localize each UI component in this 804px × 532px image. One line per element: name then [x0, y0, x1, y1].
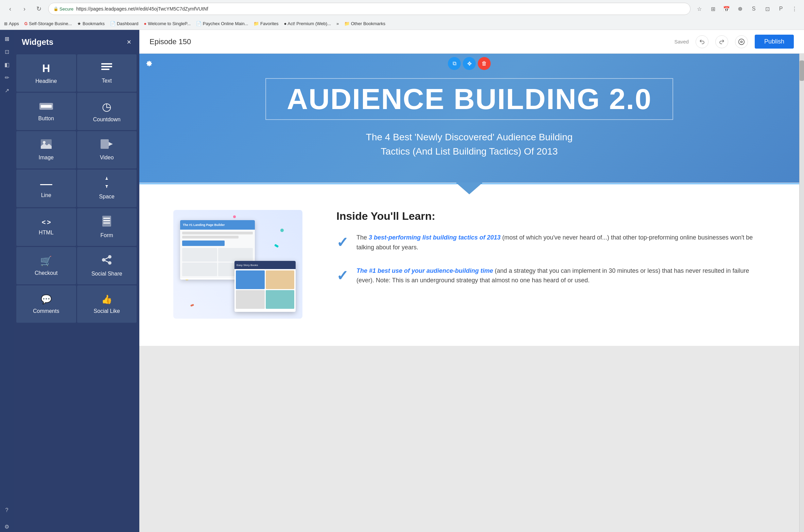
widgets-grid: H Headline Text	[14, 54, 139, 323]
widget-checkout[interactable]: 🛒 Checkout	[16, 247, 76, 284]
publish-button[interactable]: Publish	[755, 35, 794, 49]
widget-image[interactable]: Image	[16, 131, 76, 169]
comments-icon: 💬	[41, 294, 52, 305]
bookmark-paychex[interactable]: 📄 Paychex Online Main...	[196, 21, 248, 26]
countdown-icon: ◷	[102, 100, 111, 113]
html-icon: < >	[42, 218, 51, 226]
svg-line-20	[105, 258, 108, 259]
form-icon	[102, 216, 111, 229]
svg-rect-4	[41, 105, 52, 108]
bookmark-welcomesingp[interactable]: ● Welcome to SingleP...	[144, 21, 191, 26]
widget-text[interactable]: Text	[77, 54, 137, 92]
learn-text-1: The 3 best-performing list building tact…	[356, 233, 765, 252]
sidebar-icon-pages[interactable]: ◧	[1, 59, 12, 70]
svg-line-21	[105, 261, 108, 262]
widget-html[interactable]: < > HTML	[16, 208, 76, 246]
preview-button[interactable]	[735, 35, 748, 48]
checkout-icon: 🛒	[40, 255, 52, 267]
refresh-button[interactable]: ↻	[33, 3, 45, 15]
svg-point-28	[233, 215, 236, 218]
headline-icon: H	[42, 62, 50, 75]
svg-point-23	[740, 41, 742, 42]
widgets-close-button[interactable]: ×	[127, 38, 131, 47]
extension-5-button[interactable]: ⊡	[762, 3, 773, 14]
delete-button[interactable]: 🗑	[478, 57, 491, 70]
forward-button[interactable]: ›	[18, 3, 31, 15]
widget-sociallike-label: Social Like	[94, 308, 120, 314]
widget-form-label: Form	[101, 232, 113, 238]
back-button[interactable]: ‹	[4, 3, 16, 15]
section-settings-button[interactable]	[143, 57, 156, 70]
video-icon	[101, 139, 113, 151]
duplicate-button[interactable]: ⧉	[448, 57, 461, 70]
checkmark-2: ✓	[336, 267, 348, 286]
canvas-content: ⧉ ✥ 🗑 AUDIENCE BUILDING 2.0 The 4 Best '…	[139, 54, 799, 532]
redo-button[interactable]	[715, 35, 728, 48]
app-layout: ⊞ ⊡ ◧ ✏ ↗ ? ⚙ Widgets × H Headline	[0, 30, 804, 532]
widget-video[interactable]: Video	[77, 131, 137, 169]
hero-subheadline[interactable]: The 4 Best 'Newly Discovered' Audience B…	[350, 130, 588, 159]
extension-1-button[interactable]: ⊞	[707, 3, 718, 14]
address-bar[interactable]: 🔒 Secure https://pages.leadpages.net/#/e…	[48, 3, 691, 15]
learn-content: Inside You'll Learn: ✓ The 3 best-perfor…	[336, 210, 765, 319]
move-button[interactable]: ✥	[463, 57, 476, 70]
widget-headline[interactable]: H Headline	[16, 54, 76, 92]
learn-item-2: ✓ The #1 best use of your audience-build…	[336, 266, 765, 286]
svg-rect-7	[101, 139, 109, 149]
sidebar-icon-pencil[interactable]: ✏	[1, 72, 12, 83]
widget-button[interactable]: Button	[16, 93, 76, 130]
bookmarks-bar: ⊞ Apps G Self-Storage Busine... ★ Bookma…	[0, 18, 804, 30]
sidebar-icon-analytics[interactable]: ↗	[1, 85, 12, 96]
bookmark-act[interactable]: ● Act! Premium (Web)...	[284, 21, 331, 26]
secure-badge: 🔒 Secure	[53, 6, 73, 12]
app-main: Episode 150 Saved Publish	[139, 30, 804, 532]
bookmark-apps-label: Apps	[9, 21, 19, 26]
learn-heading: Inside You'll Learn:	[336, 210, 765, 223]
widget-video-label: Video	[100, 155, 114, 161]
extension-2-button[interactable]: 📅	[721, 3, 732, 14]
button-icon	[39, 102, 53, 112]
extension-6-button[interactable]: P	[775, 3, 786, 14]
extension-4-button[interactable]: S	[748, 3, 759, 14]
nav-buttons: ‹ › ↻	[4, 3, 45, 15]
widget-sociallike[interactable]: 👍 Social Like	[77, 285, 137, 323]
hero-section[interactable]: ⧉ ✥ 🗑 AUDIENCE BUILDING 2.0 The 4 Best '…	[139, 54, 799, 183]
widget-space[interactable]: Space	[77, 170, 137, 207]
image-icon	[41, 139, 52, 151]
browser-chrome: ‹ › ↻ 🔒 Secure https://pages.leadpages.n…	[0, 0, 804, 30]
page-title: Episode 150	[150, 37, 667, 46]
widget-line[interactable]: Line	[16, 170, 76, 207]
undo-button[interactable]	[696, 35, 709, 48]
extension-3-button[interactable]: ☸	[735, 3, 746, 14]
widgets-title: Widgets	[22, 37, 53, 47]
svg-marker-12	[105, 185, 108, 187]
bookmark-bookmarks[interactable]: ★ Bookmarks	[77, 21, 105, 26]
svg-rect-14	[103, 218, 110, 219]
sidebar-icon-widget[interactable]: ⊡	[1, 46, 12, 57]
sidebar-icon-help[interactable]: ?	[1, 505, 12, 516]
widget-comments[interactable]: 💬 Comments	[16, 285, 76, 323]
scrollbar-thumb[interactable]	[800, 60, 804, 81]
bookmark-other[interactable]: 📁 Other Bookmarks	[344, 21, 385, 26]
bookmark-dashboard[interactable]: 📄 Dashboard	[110, 21, 138, 26]
bookmark-apps[interactable]: ⊞ Apps	[4, 21, 19, 26]
more-button[interactable]: ⋮	[789, 3, 800, 14]
right-scrollbar[interactable]	[799, 54, 804, 532]
bookmark-selfstorage[interactable]: G Self-Storage Busine...	[24, 21, 72, 26]
svg-rect-8	[40, 184, 52, 185]
svg-rect-1	[101, 66, 112, 67]
widget-form[interactable]: Form	[77, 208, 137, 246]
hero-arrow-decoration	[456, 182, 483, 194]
sidebar-icon-settings[interactable]: ⚙	[1, 521, 12, 532]
bookmark-favorites[interactable]: 📁 Favorites	[254, 21, 278, 26]
text-icon	[101, 63, 112, 74]
canvas-area[interactable]: ⧉ ✥ 🗑 AUDIENCE BUILDING 2.0 The 4 Best '…	[139, 54, 799, 532]
star-button[interactable]: ☆	[694, 3, 705, 14]
sidebar-icon-layers[interactable]: ⊞	[1, 33, 12, 44]
bookmark-more[interactable]: »	[336, 21, 339, 26]
saved-status: Saved	[674, 39, 689, 45]
hero-headline[interactable]: AUDIENCE BUILDING 2.0	[265, 78, 673, 120]
widget-socialshare[interactable]: Social Share	[77, 247, 137, 284]
widget-countdown[interactable]: ◷ Countdown	[77, 93, 137, 130]
widget-html-label: HTML	[39, 230, 54, 236]
